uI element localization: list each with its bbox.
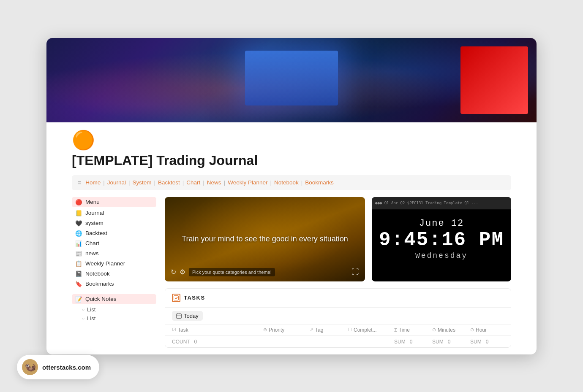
- minutes-col-icon: ⊙: [432, 327, 436, 333]
- sidebar-item-weekly-planner[interactable]: 📋 Weekly Planner: [72, 259, 156, 269]
- quote-controls: ↻ ⚙ Pick your quote categories and theme…: [171, 268, 275, 276]
- sidebar-menu-icon: 🔴: [75, 199, 82, 205]
- nav-bar: ≡ Home | Journal | System | Backtest | C…: [72, 175, 511, 190]
- bullet-2: ○: [82, 316, 84, 321]
- sidebar-news-label: news: [85, 250, 99, 257]
- hour-col-icon: ⊙: [470, 327, 474, 333]
- menu-icon[interactable]: ≡: [78, 179, 81, 186]
- main-content: Train your mind to see the good in every…: [156, 197, 511, 348]
- sidebar-item-system[interactable]: 🖤 system: [72, 218, 156, 228]
- quote-settings-button[interactable]: ⚙: [180, 268, 185, 276]
- col-complete-label: Complet...: [354, 327, 377, 333]
- sum-label-time: SUM: [394, 339, 406, 345]
- sidebar-system-label: system: [85, 220, 104, 226]
- nav-chart[interactable]: Chart: [186, 179, 200, 186]
- task-col-icon: ☑: [172, 327, 176, 333]
- tasks-columns: ☑ Task ⊕ Priority ↗ Tag ☐ Complet...: [165, 324, 511, 336]
- col-header-time: Σ Time: [394, 327, 432, 333]
- journal-icon: 📒: [75, 210, 82, 216]
- sidebar-list-2[interactable]: ○ List: [79, 314, 156, 323]
- nav-sep-4: |: [183, 179, 184, 186]
- tab-today-label: Today: [184, 313, 199, 319]
- nav-journal[interactable]: Journal: [107, 179, 126, 186]
- col-tag-label: Tag: [315, 327, 323, 333]
- nav-weekly-planner[interactable]: Weekly Planner: [228, 179, 267, 186]
- sidebar-journal-label: Journal: [85, 210, 104, 216]
- watermark-text: otterstacks.com: [42, 364, 91, 371]
- tasks-footer: COUNT 0 SUM 0 SUM 0: [165, 336, 511, 347]
- sidebar-item-backtest[interactable]: 🌐 Backtest: [72, 228, 156, 238]
- sidebar-chart-label: Chart: [85, 240, 99, 246]
- quote-category-button[interactable]: Pick your quote categories and theme!: [189, 268, 275, 276]
- tag-col-icon: ↗: [310, 327, 313, 333]
- svg-rect-0: [174, 295, 179, 300]
- col-hour-label: Hour: [476, 327, 487, 333]
- sidebar-list-1[interactable]: ○ List: [79, 305, 156, 314]
- clock-day: Wednesday: [415, 251, 468, 260]
- sum-value-min: 0: [448, 339, 451, 345]
- tasks-icon: [172, 294, 180, 302]
- sidebar-item-bookmarks[interactable]: 🔖 Bookmarks: [72, 279, 156, 289]
- footer-count: COUNT 0: [172, 339, 394, 345]
- nav-bookmarks[interactable]: Bookmarks: [305, 179, 334, 186]
- nav-system[interactable]: System: [133, 179, 152, 186]
- col-header-priority: ⊕ Priority: [263, 327, 310, 333]
- nav-home[interactable]: Home: [85, 179, 101, 186]
- nav-notebook[interactable]: Notebook: [274, 179, 299, 186]
- sidebar-item-news[interactable]: 📰 news: [72, 249, 156, 259]
- tasks-section: TASKS Today ☑ Task: [165, 288, 511, 348]
- sidebar-notebook-label: Notebook: [85, 270, 110, 277]
- nav-news[interactable]: News: [207, 179, 221, 186]
- time-col-icon: Σ: [394, 327, 397, 333]
- sidebar-menu-header[interactable]: 🔴 Menu: [72, 197, 156, 207]
- sum-label-min: SUM: [432, 339, 444, 345]
- quote-refresh-button[interactable]: ↻: [171, 268, 176, 276]
- watermark-avatar: 🦦: [22, 359, 38, 375]
- tasks-view-tabs: Today: [165, 308, 511, 324]
- sidebar-backtest-label: Backtest: [85, 230, 107, 236]
- sidebar: 🔴 Menu 📒 Journal 🖤 system 🌐 Backtest 📊 C…: [72, 197, 156, 348]
- sum-value-hour: 0: [486, 339, 489, 345]
- footer-sum-hour: SUM 0: [470, 339, 504, 345]
- col-header-tag: ↗ Tag: [310, 327, 348, 333]
- tasks-title: TASKS: [184, 295, 205, 301]
- col-task-label: Task: [178, 327, 188, 333]
- col-time-label: Time: [399, 327, 410, 333]
- sidebar-menu-label: Menu: [85, 199, 100, 205]
- quote-expand-button[interactable]: ⛶: [351, 268, 359, 276]
- hero-banner: [46, 38, 537, 122]
- news-icon: 📰: [75, 250, 82, 257]
- sidebar-quick-notes-label: Quick Notes: [85, 296, 117, 302]
- nav-sep-2: |: [128, 179, 130, 186]
- nav-sep-3: |: [154, 179, 156, 186]
- quick-notes-icon: 📝: [75, 296, 82, 303]
- list-label-1: List: [87, 306, 95, 313]
- sidebar-item-notebook[interactable]: 📓 Notebook: [72, 269, 156, 279]
- clock-date: June 12: [419, 218, 464, 229]
- footer-sum-minutes: SUM 0: [432, 339, 470, 345]
- sidebar-weekly-planner-label: Weekly Planner: [85, 260, 125, 267]
- nav-backtest[interactable]: Backtest: [158, 179, 180, 186]
- nav-sep-6: |: [224, 179, 226, 186]
- notebook-icon: 📓: [75, 270, 82, 277]
- page-title: [TEMPLATE] Trading Journal: [72, 153, 511, 168]
- tasks-header: TASKS: [165, 289, 511, 308]
- page-icon: 🟠: [46, 122, 537, 153]
- sidebar-quick-notes-header[interactable]: 📝 Quick Notes: [72, 294, 156, 304]
- count-label: COUNT: [172, 339, 190, 345]
- clock-terminal-bar: ●●● Q1 Apr Q2 $PFC131 Trading Template Q…: [372, 197, 511, 209]
- clock-widget: ●●● Q1 Apr Q2 $PFC131 Trading Template Q…: [372, 197, 511, 281]
- sum-value-time: 0: [410, 339, 413, 345]
- monitor-glow: [245, 51, 338, 105]
- sidebar-item-chart[interactable]: 📊 Chart: [72, 238, 156, 249]
- calendar-icon: [176, 313, 182, 319]
- bookmarks-icon: 🔖: [75, 281, 82, 287]
- col-header-complete: ☐ Complet...: [348, 327, 394, 333]
- sidebar-item-journal[interactable]: 📒 Journal: [72, 208, 156, 218]
- col-priority-label: Priority: [269, 327, 284, 333]
- tasks-tab-today[interactable]: Today: [172, 311, 203, 321]
- clock-time: 9:45:16 PM: [379, 230, 504, 250]
- backtest-icon: 🌐: [75, 230, 82, 237]
- list-label-2: List: [87, 315, 95, 322]
- complete-col-icon: ☐: [348, 327, 352, 333]
